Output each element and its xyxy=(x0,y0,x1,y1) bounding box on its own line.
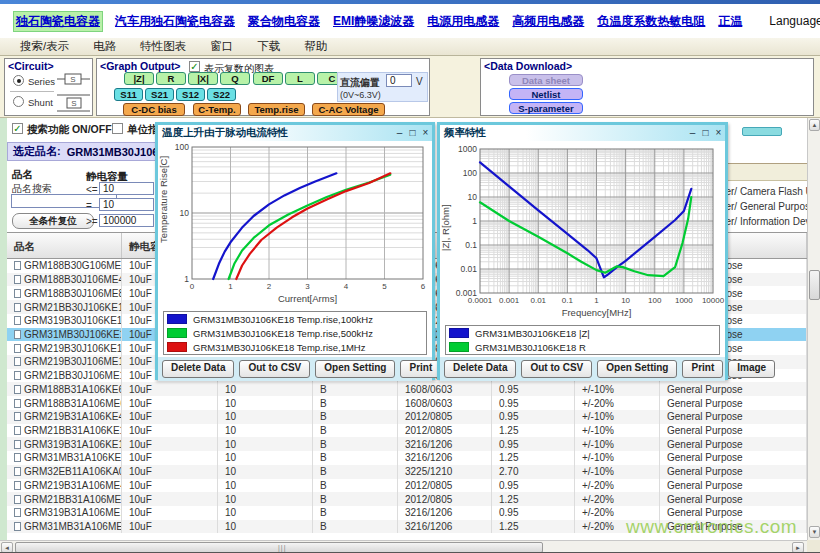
open-setting-button[interactable]: Open Setting xyxy=(597,360,677,378)
graph-btn-l[interactable]: L xyxy=(285,72,315,85)
image-button[interactable]: Image xyxy=(728,360,775,378)
frequency-legend: GRM31MB30J106KE18 |Z|GRM31MB30J106KE18 R xyxy=(445,325,720,355)
print-button[interactable]: Print xyxy=(682,360,723,378)
cell-part: GRM319B30J106KE18 xyxy=(7,314,122,328)
graph-btn-s11[interactable]: S11 xyxy=(114,88,143,101)
cap-filter-input-1[interactable] xyxy=(99,198,154,211)
svg-text:1000: 1000 xyxy=(675,296,693,305)
menu-item-3[interactable]: 窗口 xyxy=(210,39,233,54)
graph-btn-temp-rise[interactable]: Temp.rise xyxy=(248,103,305,116)
download-netlist-button[interactable]: Netlist xyxy=(509,88,583,100)
graph-btn-s21[interactable]: S21 xyxy=(145,88,174,101)
nav-link-4[interactable]: 电源用电感器 xyxy=(427,13,499,30)
cell-v: 10 xyxy=(218,410,313,424)
svg-text:10: 10 xyxy=(468,192,478,202)
table-row[interactable]: GRM31MB31A106KE1810uF10B3216/12061.25+/-… xyxy=(7,451,807,465)
table-row[interactable]: GRM319B31A106KE1810uF10B3216/12060.95+/-… xyxy=(7,437,807,451)
dc-bias-input[interactable] xyxy=(386,74,412,87)
nav-link-3[interactable]: EMI静噪滤波器 xyxy=(333,13,414,30)
table-row[interactable]: GRM21BB31A106KE1810uF10B2012/08051.25+/-… xyxy=(7,424,807,438)
scroll-down-icon[interactable]: ▼ xyxy=(809,526,820,538)
graph-btn-q[interactable]: Q xyxy=(220,72,250,85)
cell-thick: 1.25 xyxy=(492,424,575,438)
delete-data-button[interactable]: Delete Data xyxy=(444,360,516,378)
shunt-radio[interactable] xyxy=(13,96,24,107)
search-toggle-checkbox[interactable]: ✓ xyxy=(12,123,23,134)
table-row[interactable]: GRM188B31A106ME6910uF10B1608/06030.95+/-… xyxy=(7,396,807,410)
reset-conditions-button[interactable]: 全条件复位 xyxy=(12,213,94,229)
maximize-icon[interactable]: □ xyxy=(406,126,419,140)
out-to-csv-button[interactable]: Out to CSV xyxy=(521,360,592,378)
vertical-scroll-thumb[interactable] xyxy=(809,270,820,300)
table-row[interactable]: GRM32EB11A106KA0110uF10B3225/12102.70+/-… xyxy=(7,465,807,479)
table-row[interactable]: GRM219B31A106KE4410uF10B2012/08050.95+/-… xyxy=(7,410,807,424)
graph-btn-df[interactable]: DF xyxy=(253,72,283,85)
graph-btn-r[interactable]: R xyxy=(156,72,186,85)
series-radio[interactable] xyxy=(13,75,24,86)
graph-btn-c-ac-voltage[interactable]: C-AC Voltage xyxy=(312,103,385,116)
cell-cap: 10uF xyxy=(122,506,218,520)
print-button[interactable]: Print xyxy=(400,360,441,378)
menu-item-0[interactable]: 搜索/表示 xyxy=(20,39,69,54)
menu-item-4[interactable]: 下载 xyxy=(257,39,280,54)
cell-app: General Purpose xyxy=(660,451,807,465)
document-icon xyxy=(14,316,21,325)
menu-item-2[interactable]: 特性图表 xyxy=(140,39,186,54)
cell-tol: +/-10% xyxy=(575,437,660,451)
minimize-icon[interactable]: – xyxy=(686,126,699,140)
graph-btn-c-temp-[interactable]: C-Temp. xyxy=(193,103,241,116)
nav-link-0[interactable]: 独石陶瓷电容器 xyxy=(14,12,102,31)
table-row[interactable]: GRM21BB31A106ME1810uF10B2012/08051.25+/-… xyxy=(7,492,807,506)
part-filter-header: 品名 xyxy=(12,168,33,182)
frequency-window-titlebar[interactable]: 频率特性 – □ × xyxy=(440,125,725,141)
maximize-icon[interactable]: □ xyxy=(699,126,712,140)
table-row[interactable]: GRM188B31A106KE6910uF10B1608/06030.95+/-… xyxy=(7,382,807,396)
cell-part: GRM188B31A106KE69 xyxy=(7,382,122,396)
scroll-up-icon[interactable]: ▲ xyxy=(809,119,820,131)
cell-v: 10 xyxy=(218,520,313,534)
graph-btn-c-dc-bias[interactable]: C-DC bias xyxy=(123,103,185,116)
cap-filter-input-2[interactable] xyxy=(99,214,154,227)
horizontal-scrollbar[interactable]: ◄ ||| ► xyxy=(0,540,807,553)
nav-link-7[interactable]: 正温 xyxy=(718,13,742,30)
svg-text:0.01: 0.01 xyxy=(530,296,546,305)
scroll-left-icon[interactable]: ◄ xyxy=(1,542,13,553)
unit-checkbox[interactable] xyxy=(112,123,123,134)
cap-filter-input-0[interactable] xyxy=(99,182,154,195)
cell-v: 10 xyxy=(218,451,313,465)
minimize-icon[interactable]: – xyxy=(393,126,406,140)
open-setting-button[interactable]: Open Setting xyxy=(315,360,395,378)
cell-thick: 1.25 xyxy=(492,520,575,534)
nav-link-1[interactable]: 汽车用独石陶瓷电容器 xyxy=(115,13,235,30)
svg-text:1: 1 xyxy=(594,296,599,305)
multi-graph-checkbox[interactable]: ✓ xyxy=(189,61,200,72)
delete-data-button[interactable]: Delete Data xyxy=(162,360,234,378)
temp-rise-window[interactable]: 温度上升由于脉动电流特性 – □ × 1101000123456Current[… xyxy=(155,122,435,380)
nav-link-2[interactable]: 聚合物电容器 xyxy=(248,13,320,30)
graph-btn-s12[interactable]: S12 xyxy=(176,88,205,101)
out-to-csv-button[interactable]: Out to CSV xyxy=(239,360,310,378)
scroll-right-icon[interactable]: ► xyxy=(792,542,804,553)
dc-bias-unit: V xyxy=(416,76,423,87)
cell-part: GRM31MB31A106ME18 xyxy=(7,520,122,534)
temp-rise-window-titlebar[interactable]: 温度上升由于脉动电流特性 – □ × xyxy=(158,125,432,141)
close-icon[interactable]: × xyxy=(712,126,725,140)
cell-tc: B xyxy=(313,424,398,438)
cell-cap: 10uF xyxy=(122,410,218,424)
horizontal-scroll-thumb[interactable]: ||| xyxy=(15,542,543,553)
menu-item-5[interactable]: 帮助 xyxy=(304,39,327,54)
cell-part: GRM319B31A106ME18 xyxy=(7,506,122,520)
close-icon[interactable]: × xyxy=(419,126,432,140)
selected-part-label: 选定品名: xyxy=(8,144,61,159)
menu-item-1[interactable]: 电路 xyxy=(93,39,116,54)
download-s-parameter-button[interactable]: S-parameter xyxy=(509,102,583,114)
graph-btn-z[interactable]: |Z| xyxy=(124,72,154,85)
nav-link-5[interactable]: 高频用电感器 xyxy=(512,13,584,30)
graph-btn-s22[interactable]: S22 xyxy=(207,88,236,101)
frequency-window[interactable]: 频率特性 – □ × 10001001010.10.010.0010.00010… xyxy=(437,122,728,380)
vertical-scrollbar[interactable]: ▲ ▼ xyxy=(807,118,820,540)
column-header-0[interactable]: 品名 xyxy=(7,233,122,258)
graph-btn-x[interactable]: |X| xyxy=(188,72,218,85)
table-row[interactable]: GRM219B31A106ME4410uF10B2012/08050.95+/-… xyxy=(7,479,807,493)
nav-link-6[interactable]: 负温度系数热敏电阻 xyxy=(597,13,705,30)
